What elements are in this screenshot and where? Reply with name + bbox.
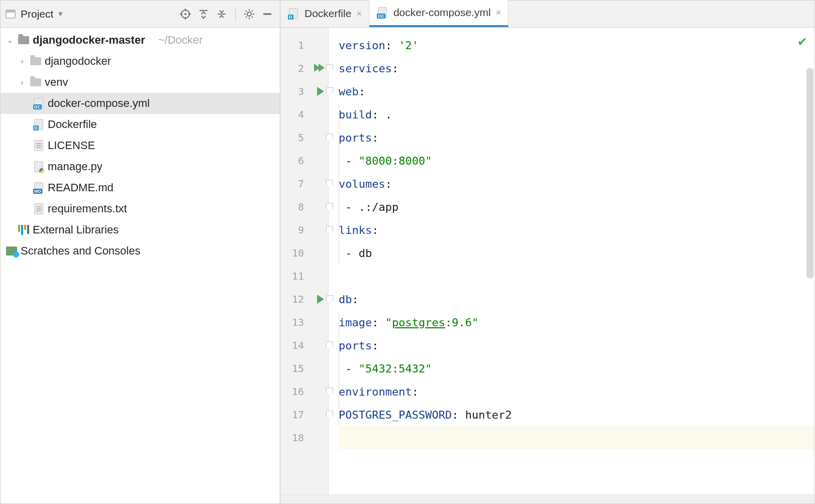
svg-point-3 [184,13,186,15]
code-line[interactable]: ports: [339,334,814,357]
gutter-line[interactable]: 12 [280,288,328,311]
close-icon[interactable]: × [356,9,362,19]
scratches-icon [6,245,18,257]
code-line[interactable]: - "5432:5432" [339,357,814,380]
svg-rect-1 [7,13,15,18]
gutter-line[interactable]: 2 [280,57,328,80]
code-line[interactable]: POSTGRES_PASSWORD: hunter2 [339,403,814,426]
chevron-down-icon: ▾ [58,9,63,19]
expand-all-icon[interactable] [196,7,211,22]
project-toolbar: Project ▾ [1,1,280,28]
tree-root-path: ~/Docker [158,34,203,47]
folder-icon [30,77,42,88]
code-line[interactable]: build: . [339,103,814,126]
svg-line-17 [246,17,247,18]
tree-file-dockerfile[interactable]: D Dockerfile [1,114,280,135]
gutter-line[interactable]: 6 [280,149,328,172]
svg-line-18 [252,11,253,12]
code-line[interactable] [339,426,814,449]
text-file-icon [33,203,45,214]
tab-label: Dockerfile [304,8,351,20]
project-sidebar: Project ▾ ⌄ djangodocker-master ~/Docker… [0,0,280,504]
gutter-line[interactable]: 1 [280,34,328,57]
editor-area: D Dockerfile × DC docker-compose.yml × 1… [280,0,815,504]
gutter-line[interactable]: 17 [280,403,328,426]
docker-compose-file-icon: DC [33,98,45,109]
project-icon [6,10,16,19]
code-line[interactable]: volumes: [339,172,814,195]
code-line[interactable]: web: [339,80,814,103]
locate-icon[interactable] [178,7,193,22]
tree-file-requirements[interactable]: requirements.txt [1,198,280,219]
gutter-line[interactable]: 4 [280,103,328,126]
tree-file-docker-compose[interactable]: DC docker-compose.yml [1,93,280,114]
gutter-line[interactable]: 10 [280,241,328,265]
gutter-line[interactable]: 15 [280,357,328,380]
gutter-line[interactable]: 3 [280,80,328,103]
run-all-icon[interactable] [314,63,326,73]
project-title: Project [21,8,53,20]
svg-line-15 [246,11,247,12]
close-icon[interactable]: × [496,8,501,18]
horizontal-scrollbar[interactable] [280,494,814,503]
inspection-ok-icon[interactable]: ✔ [798,33,806,49]
code-line[interactable]: db: [339,288,814,311]
gutter-line[interactable]: 14 [280,334,328,357]
code-line[interactable]: - db [339,241,814,265]
project-tree: ⌄ djangodocker-master ~/Docker › djangod… [1,28,280,503]
code-line[interactable]: environment: [339,380,814,403]
folder-icon [30,56,42,67]
dockerfile-icon: D [33,119,45,130]
tree-file-license[interactable]: LICENSE [1,135,280,156]
tab-dockerfile[interactable]: D Dockerfile × [280,0,369,27]
run-icon[interactable] [317,87,324,96]
gutter-line[interactable]: 18 [280,426,328,449]
code-line[interactable]: ports: [339,126,814,149]
svg-point-10 [247,12,251,16]
dockerfile-icon: D [287,8,299,19]
tree-root[interactable]: ⌄ djangodocker-master ~/Docker [1,30,280,51]
project-view-selector[interactable]: Project ▾ [6,8,63,20]
vertical-scrollbar[interactable] [806,68,813,279]
collapse-all-icon[interactable] [214,7,229,22]
folder-icon [18,35,30,46]
run-icon[interactable] [317,295,324,304]
tree-scratches[interactable]: › Scratches and Consoles [1,240,280,262]
gear-icon[interactable] [242,7,257,22]
tree-file-readme[interactable]: MD README.md [1,177,280,198]
code-line[interactable]: links: [339,218,814,241]
gutter-line[interactable]: 11 [280,265,328,288]
docker-compose-file-icon: DC [376,7,388,18]
gutter-line[interactable]: 7 [280,172,328,195]
code-line[interactable]: version: '2' [339,34,814,57]
code-line[interactable]: - .:/app [339,195,814,218]
tree-folder-venv[interactable]: › venv [1,72,280,93]
chevron-right-icon[interactable]: › [18,57,27,65]
text-file-icon [33,140,45,151]
code-area[interactable]: ✔ version: '2'services: web: build: . po… [329,28,814,494]
svg-line-16 [252,17,253,18]
tab-label: docker-compose.yml [393,7,491,19]
gutter-line[interactable]: 8 [280,195,328,218]
external-libraries-icon [18,224,30,235]
tab-docker-compose[interactable]: DC docker-compose.yml × [369,0,508,27]
minimize-icon[interactable] [260,7,275,22]
code-line[interactable]: - "8000:8000" [339,149,814,172]
code-line[interactable]: image: "postgres:9.6" [339,311,814,334]
gutter-line[interactable]: 5 [280,126,328,149]
gutter-line[interactable]: 16 [280,380,328,403]
editor-body: 123456789101112131415161718 ✔ version: '… [280,28,814,494]
gutter-line[interactable]: 9 [280,218,328,241]
line-gutter[interactable]: 123456789101112131415161718 [280,28,329,494]
chevron-down-icon[interactable]: ⌄ [6,36,15,44]
gutter-line[interactable]: 13 [280,311,328,334]
tree-root-name: djangodocker-master [33,34,145,47]
chevron-right-icon[interactable]: › [1,247,3,255]
tree-folder-djangodocker[interactable]: › djangodocker [1,51,280,72]
tree-external-libraries[interactable]: › External Libraries [1,219,280,240]
markdown-file-icon: MD [33,182,45,193]
chevron-right-icon[interactable]: › [18,78,27,86]
code-line[interactable]: services: [339,57,814,80]
code-line[interactable] [339,265,814,288]
tree-file-manage-py[interactable]: manage.py [1,156,280,177]
